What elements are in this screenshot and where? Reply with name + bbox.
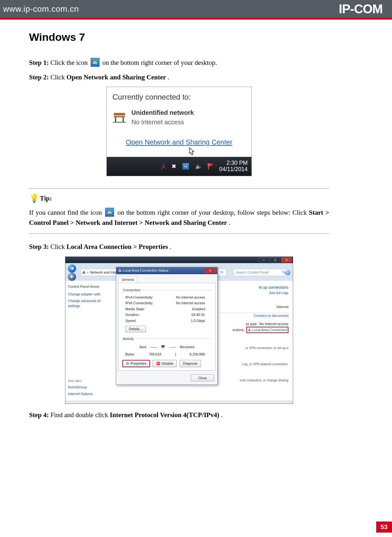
change-adapter-link[interactable]: Change adapter setti [68,292,112,297]
svg-rect-2 [115,117,116,122]
divider-icon: —— [150,344,157,350]
open-link-text: Open Network and Sharing Center [126,138,232,146]
pipe-icon: | [175,352,176,357]
network-text: Unidentified network No Internet access [131,108,194,127]
tip-b: on the bottom right corner of your deskt… [118,209,309,216]
received-label: Received [180,344,194,350]
dialog-close-button[interactable]: ✕ [205,268,215,273]
activity-group: Activity Sent —— 🖥️ —— Received Bytes: 7… [122,336,211,358]
tip-label: Tip: [40,194,52,204]
network-state: No Internet access [131,117,194,127]
clock-time: 2:30 PM [219,160,248,166]
svg-rect-0 [114,113,125,115]
nav-back-button[interactable]: ◄ [68,264,76,273]
close-button[interactable]: Close [191,374,214,382]
tip-heading: 💡 Tip: [29,192,329,205]
activity-legend: Activity [122,336,136,342]
monitors-icon: 🖥️ [161,344,165,350]
step3-text-a: Click [51,243,67,250]
bytes-received: 8,256,680 [190,352,205,357]
step3-bold: Local Area Connection > Properties [66,243,168,250]
page-title: Windows 7 [29,29,329,45]
divider-icon: —— [169,344,176,350]
step2-bold: Open Network and Sharing Center [66,73,166,81]
dialog-title: Local Area Connection Status [123,268,168,272]
speed-value: 1.0 Gbps [191,318,205,324]
ipv6-label: IPv6 Connectivity: [125,300,153,306]
nav-orbs: ◄ ► [68,264,76,281]
ipv4-value: No Internet access [176,295,205,300]
refresh-button[interactable]: ↻ [217,270,226,275]
clock-date: 04/11/2014 [219,166,248,173]
bytes-label: Bytes: [125,352,135,357]
step2-text-a: Click [51,73,67,81]
step4-text-a: Find and double click [51,411,110,419]
tray-red-icon: 人 [161,162,166,171]
disable-icon: ⛔ [156,361,160,366]
step4-label: Step 4: [29,411,49,419]
taskbar: 人 ✖ 🔈 🚩 2:30 PM 04/11/2014 [107,157,251,176]
svg-rect-1 [114,116,125,117]
step-1: Step 1: Click the icon on the bottom rig… [29,58,329,68]
tray-network-icon[interactable] [183,163,189,170]
bytes-sent: 758,618 [149,352,161,357]
properties-button[interactable]: ⚙ Properties [122,360,150,367]
lightbulb-icon: 💡 [29,192,39,205]
network-tray-icon [91,58,100,67]
tray-flag-icon[interactable]: 🚩 [207,162,214,171]
tray-volume-icon[interactable]: 🔈 [195,162,202,171]
window-close-button[interactable]: ✕ [281,257,292,262]
see-full-map-link[interactable]: See full map [269,291,288,295]
open-network-sharing-link[interactable]: Open Network and Sharing Center [107,130,251,157]
step3-label: Step 3: [29,243,49,250]
connection-group: Connection IPv4 Connectivity:No Internet… [122,287,211,334]
media-label: Media State: [125,306,145,312]
access-type-value: No Internet access [259,321,288,327]
dialog-titlebar: 🖧 Local Area Connection Status ✕ [116,267,217,274]
tip-a: If you cannot find the icon [29,209,104,216]
see-also-label: See also [68,378,112,384]
tab-general[interactable]: General [118,276,137,283]
change-advanced-link[interactable]: Change advanced sh settings [68,298,112,309]
access-type-label: ss type: [245,321,257,327]
network-tray-icon [105,208,114,217]
homegroup-link[interactable]: HomeGroup [68,385,112,390]
svg-rect-3 [123,117,124,122]
step2-label: Step 2: [29,73,49,81]
internet-options-link[interactable]: Internet Options [68,391,112,397]
media-value: Enabled [192,306,205,312]
brand-logo: IP-COM [339,2,383,16]
cp-home[interactable]: Control Panel Home [68,284,112,289]
taskbar-clock[interactable]: 2:30 PM 04/11/2014 [219,160,248,173]
help-icon[interactable]: ? [285,270,290,275]
pointer-cursor-icon [186,147,195,161]
local-area-connection-link[interactable]: Local Area Connection [252,328,287,332]
connect-or-disconnect-link[interactable]: Connect or disconnect [254,314,288,318]
figure-control-panel: — ◻ ✕ ◄ ► 🖧 « Network and Internet ▸ Net… [65,256,293,404]
details-button[interactable]: Details... [125,326,146,332]
duration-label: Duration: [125,312,140,318]
diagnose-button[interactable]: Diagnose [179,360,201,367]
disable-button[interactable]: ⛔ Disable [153,360,177,367]
search-wrapper: Search Control Panel 🔍 [233,269,288,276]
connections-label: ections: [232,327,244,333]
search-input[interactable]: Search Control Panel [234,269,280,276]
window-maximize-button[interactable]: ◻ [270,257,280,262]
lac-highlight: 🖧 Local Area Connection [246,327,288,333]
divider-top [29,188,329,188]
dialog-panel: Connection IPv4 Connectivity:No Internet… [118,283,215,371]
horizontal-scrollbar[interactable] [65,401,293,404]
step-4: Step 4: Find and double click Internet P… [29,410,329,420]
nav-forward-button[interactable]: ► [68,273,76,281]
gear-icon: ⚙ [126,361,129,366]
figure-network-flyout: Currently connected to: Unidentified net… [106,87,252,176]
ipv4-label: IPv4 Connectivity: [125,295,153,300]
dialog-title-row: 🖧 Local Area Connection Status [118,268,168,273]
window-minimize-button[interactable]: — [259,257,269,262]
step1-text-a: Click the icon [51,59,89,66]
cp-sidebar: Control Panel Home Change adapter setti … [65,281,115,401]
flyout-heading: Currently connected to: [107,87,251,105]
lan-icon: 🖧 [248,328,251,332]
step2-dot: . [168,73,169,81]
network-name: Unidentified network [131,108,194,117]
